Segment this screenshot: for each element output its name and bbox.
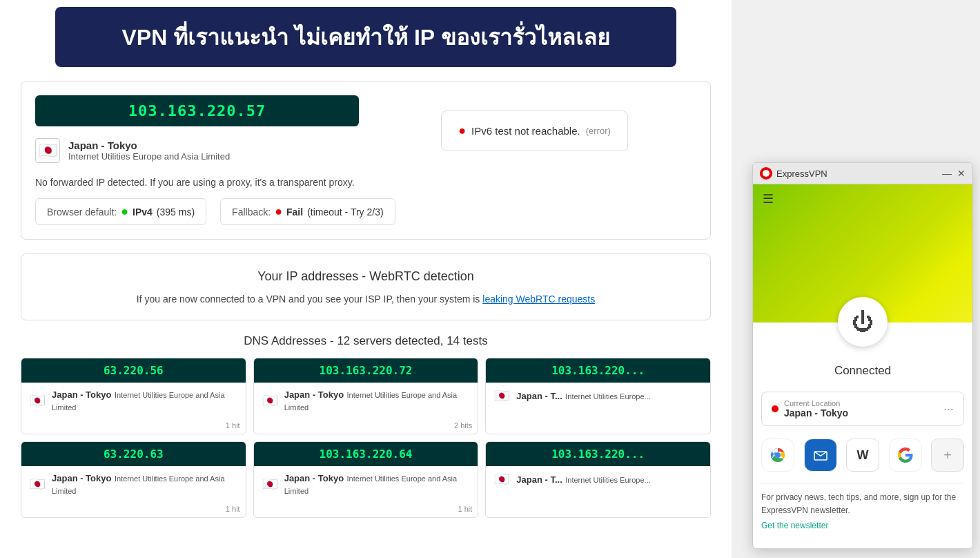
evpn-title-left: ExpressVPN bbox=[760, 167, 827, 180]
dns-flag-5: 🇯🇵 bbox=[262, 477, 279, 492]
dns-info-4: Japan - Tokyo Internet Utilities Europe … bbox=[52, 472, 237, 497]
ip-address-box: 103.163.220.57 bbox=[35, 95, 359, 126]
dns-title: DNS Addresses - 12 servers detected, 14 … bbox=[21, 334, 711, 348]
wikipedia-shortcut[interactable]: W bbox=[846, 439, 879, 472]
dns-flag-2: 🇯🇵 bbox=[262, 393, 279, 408]
evpn-connected-area: Connected bbox=[753, 357, 972, 385]
expressvpn-app-name: ExpressVPN bbox=[776, 169, 827, 179]
evpn-window-controls: — ✕ bbox=[942, 168, 966, 179]
dns-ip-bar-5: 103.163.220.64 bbox=[254, 442, 478, 466]
dns-ip-2: 103.163.220.72 bbox=[320, 364, 413, 377]
minimize-button[interactable]: — bbox=[942, 168, 952, 179]
dns-body-3: 🇯🇵 Japan - T... Internet Utilities Europ… bbox=[486, 383, 710, 409]
dns-card-3: 103.163.220... 🇯🇵 Japan - T... Internet … bbox=[485, 358, 711, 434]
webrtc-link[interactable]: leaking WebRTC requests bbox=[482, 294, 595, 305]
dns-city-4: Japan - Tokyo bbox=[52, 473, 111, 483]
evpn-location-bar[interactable]: Current Location Japan - Tokyo ··· bbox=[761, 392, 964, 426]
dns-hits-5: 1 hit bbox=[254, 502, 478, 517]
dns-info-5: Japan - Tokyo Internet Utilities Europe … bbox=[284, 472, 470, 497]
gmail-shortcut[interactable] bbox=[804, 439, 837, 472]
vpn-power-button[interactable]: ⏻ bbox=[838, 297, 888, 347]
dns-card-5: 103.163.220.64 🇯🇵 Japan - Tokyo Internet… bbox=[253, 441, 479, 518]
dns-flag-3: 🇯🇵 bbox=[494, 388, 511, 403]
dns-hits-3 bbox=[486, 409, 710, 416]
current-location-label: Current Location bbox=[784, 399, 848, 407]
hamburger-menu-button[interactable]: ☰ bbox=[763, 191, 774, 206]
ip-isp: Internet Utilities Europe and Asia Limit… bbox=[68, 151, 230, 162]
webrtc-desc: If you are now connected to a VPN and yo… bbox=[42, 294, 689, 305]
dns-city-2: Japan - Tokyo bbox=[284, 389, 344, 400]
ipv6-dot: ● bbox=[458, 124, 466, 138]
ip-address-display: 103.163.220.57 bbox=[128, 102, 266, 119]
main-content: VPN ที่เราแนะนำ ไม่เคยทำให้ IP ของเรารั่… bbox=[0, 0, 732, 558]
chrome-shortcut[interactable] bbox=[761, 439, 794, 472]
flag-emoji: 🇯🇵 bbox=[39, 142, 57, 160]
dns-hits-4: 1 hit bbox=[21, 502, 246, 517]
ip-location-row: 🇯🇵 Japan - Tokyo Internet Utilities Euro… bbox=[35, 135, 359, 166]
dns-hits-6 bbox=[486, 492, 710, 499]
dns-ip-3: 103.163.220... bbox=[551, 364, 645, 377]
location-dot bbox=[772, 405, 778, 412]
browser-green-dot: ● bbox=[121, 204, 128, 219]
ip-right-section: ● IPv6 test not reachable. (error) bbox=[373, 95, 696, 166]
webrtc-title: Your IP addresses - WebRTC detection bbox=[42, 269, 689, 284]
add-shortcut[interactable]: + bbox=[931, 439, 964, 472]
ip-test-card: 103.163.220.57 🇯🇵 Japan - Tokyo Internet… bbox=[21, 81, 711, 240]
dns-ip-1: 63.220.56 bbox=[104, 364, 164, 377]
location-more-button[interactable]: ··· bbox=[943, 402, 954, 416]
dns-flag-1: 🇯🇵 bbox=[30, 393, 46, 408]
dns-isp-6: Internet Utilities Europe... bbox=[565, 476, 651, 484]
dns-hits-1: 1 hit bbox=[21, 418, 246, 434]
svg-point-1 bbox=[775, 452, 781, 458]
dns-ip-6: 103.163.220... bbox=[551, 448, 645, 461]
browser-default-label: Browser default: bbox=[47, 206, 117, 218]
ipv6-box: ● IPv6 test not reachable. (error) bbox=[441, 110, 628, 151]
dns-body-1: 🇯🇵 Japan - Tokyo Internet Utilities Euro… bbox=[21, 383, 246, 418]
dns-ip-bar-1: 63.220.56 bbox=[21, 358, 246, 383]
dns-card-2: 103.163.220.72 🇯🇵 Japan - Tokyo Internet… bbox=[253, 358, 479, 434]
browser-default-badge: Browser default: ● IPv4 (395 ms) bbox=[35, 198, 206, 225]
ipv6-label: IPv6 test not reachable. bbox=[471, 125, 580, 137]
browser-default-time: (395 ms) bbox=[157, 206, 195, 218]
ip-location-info: Japan - Tokyo Internet Utilities Europe … bbox=[68, 140, 230, 162]
ipv6-error: (error) bbox=[586, 126, 611, 136]
dns-info-1: Japan - Tokyo Internet Utilities Europe … bbox=[52, 388, 237, 413]
japan-flag: 🇯🇵 bbox=[35, 138, 60, 163]
power-button-container: ⏻ bbox=[838, 297, 888, 347]
google-shortcut[interactable] bbox=[889, 439, 922, 472]
power-icon: ⏻ bbox=[852, 311, 874, 333]
dns-ip-bar-4: 63.220.63 bbox=[21, 442, 246, 466]
dns-card-4: 63.220.63 🇯🇵 Japan - Tokyo Internet Util… bbox=[21, 441, 246, 518]
newsletter-link[interactable]: Get the newsletter bbox=[761, 521, 964, 530]
evpn-shortcuts: W + bbox=[753, 433, 972, 477]
evpn-titlebar: ExpressVPN — ✕ bbox=[753, 163, 972, 184]
evpn-gradient-area: ☰ ⏻ bbox=[753, 184, 972, 323]
dns-card-6: 103.163.220... 🇯🇵 Japan - T... Internet … bbox=[485, 441, 711, 518]
thai-banner-text: VPN ที่เราแนะนำ ไม่เคยทำให้ IP ของเรารั่… bbox=[121, 25, 609, 50]
webrtc-card: Your IP addresses - WebRTC detection If … bbox=[21, 253, 711, 320]
dns-grid: 63.220.56 🇯🇵 Japan - Tokyo Internet Util… bbox=[21, 358, 711, 518]
expressvpn-logo bbox=[760, 167, 772, 180]
expressvpn-logo-inner bbox=[763, 170, 770, 177]
dns-ip-bar-6: 103.163.220... bbox=[486, 442, 710, 466]
current-location-value: Japan - Tokyo bbox=[784, 407, 848, 418]
forwarded-text: No forwarded IP detected. If you are usi… bbox=[35, 177, 696, 188]
dns-flag-4: 🇯🇵 bbox=[30, 477, 46, 492]
dns-info-3: Japan - T... Internet Utilities Europe..… bbox=[516, 389, 702, 402]
webrtc-desc-text: If you are now connected to a VPN and yo… bbox=[137, 294, 480, 305]
dns-section: DNS Addresses - 12 servers detected, 14 … bbox=[21, 334, 711, 518]
dns-city-6: Japan - T... bbox=[516, 474, 562, 485]
dns-city-1: Japan - Tokyo bbox=[52, 389, 111, 400]
ip-card-top: 103.163.220.57 🇯🇵 Japan - Tokyo Internet… bbox=[35, 95, 696, 166]
dns-hits-2: 2 hits bbox=[254, 418, 478, 434]
connection-status: Connected bbox=[834, 364, 891, 377]
dns-ip-bar-2: 103.163.220.72 bbox=[254, 358, 478, 383]
dns-body-6: 🇯🇵 Japan - T... Internet Utilities Europ… bbox=[486, 466, 710, 492]
dns-body-5: 🇯🇵 Japan - Tokyo Internet Utilities Euro… bbox=[254, 466, 478, 502]
dns-ip-4: 63.220.63 bbox=[104, 448, 164, 461]
close-button[interactable]: ✕ bbox=[957, 168, 966, 179]
fallback-badge: Fallback: ● Fail (timeout - Try 2/3) bbox=[220, 198, 395, 225]
fallback-dot: ● bbox=[275, 204, 282, 219]
expressvpn-panel: ExpressVPN — ✕ ☰ ⏻ Connected bbox=[752, 162, 973, 549]
dns-city-5: Japan - Tokyo bbox=[284, 473, 344, 483]
